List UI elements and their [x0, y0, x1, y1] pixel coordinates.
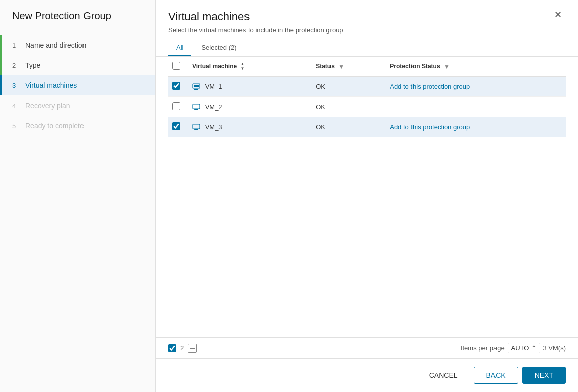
svg-rect-7 — [194, 107, 199, 107]
main-subtitle: Select the virtual machines to include i… — [168, 26, 550, 34]
footer-minus-icon[interactable] — [188, 344, 197, 353]
vm-table: Virtual machine ▲ ▼ Status ▼ Protection … — [168, 57, 566, 137]
footer-selected-count: 2 — [180, 344, 184, 352]
row3-status: OK — [312, 117, 386, 137]
table-row: VM_2 OK — [168, 97, 566, 117]
row3-checkbox-cell — [168, 117, 188, 137]
new-protection-group-dialog: New Protection Group 1 Name and directio… — [0, 0, 578, 392]
sort-up-icon[interactable]: ▲ — [241, 62, 245, 66]
vm-table-body: VM_1 OK Add to this protection group — [168, 77, 566, 137]
row1-checkbox[interactable] — [172, 82, 180, 90]
back-button[interactable]: BACK — [474, 367, 518, 384]
header-checkbox-col — [168, 57, 188, 77]
svg-rect-11 — [194, 127, 199, 127]
step-label-4: Recovery plan — [25, 102, 70, 110]
table-header-row: Virtual machine ▲ ▼ Status ▼ Protection … — [168, 57, 566, 77]
row2-protection-status — [386, 97, 566, 117]
svg-rect-3 — [194, 86, 199, 87]
row3-vm-name-cell: VM_3 — [188, 117, 312, 137]
row3-checkbox[interactable] — [172, 122, 180, 130]
row2-vm-name: VM_2 — [205, 103, 222, 111]
tabs: All Selected (2) — [168, 40, 550, 56]
main-header-left: Virtual machines Select the virtual mach… — [168, 10, 550, 56]
sidebar-step-2[interactable]: 2 Type — [0, 55, 155, 75]
step-number-2: 2 — [12, 62, 20, 69]
header-status: Status ▼ — [312, 57, 386, 77]
footer-select-checkbox[interactable] — [168, 344, 176, 352]
items-per-page-select[interactable]: AUTO ⌃ — [508, 343, 540, 353]
chevron-up-icon: ⌃ — [531, 344, 537, 352]
svg-rect-10 — [194, 126, 199, 126]
row1-vm-name: VM_1 — [205, 83, 222, 90]
next-button[interactable]: NEXT — [522, 367, 566, 384]
tab-all[interactable]: All — [168, 40, 191, 56]
step-label-3: Virtual machines — [25, 81, 77, 89]
close-button[interactable]: ✕ — [550, 8, 566, 21]
vm-table-container: Virtual machine ▲ ▼ Status ▼ Protection … — [156, 57, 578, 337]
svg-rect-4 — [193, 104, 200, 109]
row1-checkbox-cell — [168, 77, 188, 97]
row2-checkbox[interactable] — [172, 102, 180, 110]
vm-icon-1 — [192, 83, 200, 91]
tab-selected[interactable]: Selected (2) — [193, 40, 244, 56]
header-protection-status: Protection Status ▼ — [386, 57, 566, 77]
row1-status: OK — [312, 77, 386, 97]
main-header: Virtual machines Select the virtual mach… — [156, 0, 578, 57]
header-virtual-machine: Virtual machine ▲ ▼ — [188, 57, 312, 77]
table-footer: 2 Items per page AUTO ⌃ 3 VM(s) — [156, 337, 578, 358]
vm-icon-2 — [192, 103, 200, 111]
items-per-page-label: Items per page — [461, 344, 505, 352]
step-number-5: 5 — [12, 122, 20, 130]
sidebar-title: New Protection Group — [0, 0, 155, 31]
items-per-page-value: AUTO — [511, 344, 529, 352]
step-label-1: Name and direction — [25, 41, 86, 49]
row2-status: OK — [312, 97, 386, 117]
main-content: Virtual machines Select the virtual mach… — [156, 0, 578, 392]
svg-rect-0 — [193, 84, 200, 88]
row2-vm-name-cell: VM_2 — [188, 97, 312, 117]
footer-right: Items per page AUTO ⌃ 3 VM(s) — [461, 343, 566, 353]
sort-icons-vm[interactable]: ▲ ▼ — [241, 62, 245, 71]
table-row: VM_1 OK Add to this protection group — [168, 77, 566, 97]
row3-vm-name: VM_3 — [205, 123, 222, 131]
step-number-1: 1 — [12, 42, 20, 49]
vm-icon-3 — [192, 123, 200, 131]
row1-vm-name-cell: VM_1 — [188, 77, 312, 97]
sidebar-step-1[interactable]: 1 Name and direction — [0, 35, 155, 55]
footer-left: 2 — [168, 344, 197, 353]
sidebar-step-4: 4 Recovery plan — [0, 95, 155, 116]
filter-protection-icon[interactable]: ▼ — [444, 63, 450, 70]
row2-checkbox-cell — [168, 97, 188, 117]
step-number-4: 4 — [12, 102, 20, 110]
step-label-5: Ready to complete — [25, 122, 84, 130]
step-label-2: Type — [25, 61, 40, 69]
svg-rect-9 — [194, 129, 198, 130]
sort-down-icon[interactable]: ▼ — [241, 67, 245, 71]
svg-rect-1 — [194, 89, 198, 90]
main-title: Virtual machines — [168, 10, 550, 23]
svg-rect-8 — [193, 124, 200, 129]
cancel-button[interactable]: CANCEL — [417, 367, 470, 383]
svg-rect-2 — [194, 85, 199, 86]
select-all-checkbox[interactable] — [172, 62, 180, 70]
step-number-3: 3 — [12, 82, 20, 89]
row3-protection-status: Add to this protection group — [386, 117, 566, 137]
sidebar-step-5: 5 Ready to complete — [0, 116, 155, 136]
svg-rect-6 — [194, 106, 199, 106]
sidebar-step-3[interactable]: 3 Virtual machines — [0, 75, 155, 95]
action-bar: CANCEL BACK NEXT — [156, 358, 578, 392]
row1-protection-status: Add to this protection group — [386, 77, 566, 97]
sidebar: New Protection Group 1 Name and directio… — [0, 0, 156, 392]
sidebar-steps: 1 Name and direction 2 Type 3 Virtual ma… — [0, 31, 155, 140]
svg-rect-5 — [194, 109, 198, 110]
total-vms: 3 VM(s) — [543, 344, 566, 352]
table-row: VM_3 OK Add to this protection group — [168, 117, 566, 137]
filter-status-icon[interactable]: ▼ — [338, 63, 344, 70]
